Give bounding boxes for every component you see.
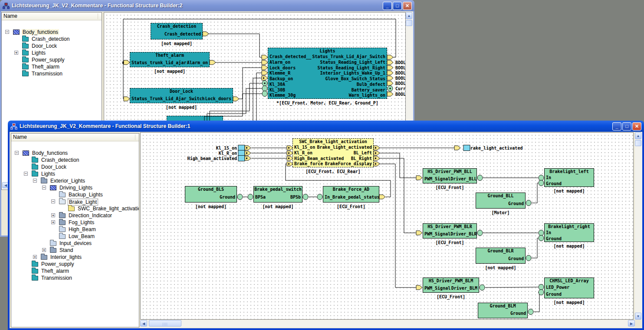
- port-arrowdot[interactable]: [287, 146, 293, 150]
- port-arrow[interactable]: [416, 285, 422, 290]
- tree-item-label[interactable]: Low_Beam: [68, 233, 95, 239]
- tree-item-label[interactable]: Power_supply: [40, 261, 75, 267]
- tree-item-direction_indicator[interactable]: +Direction_Indicator: [11, 212, 139, 219]
- port-oval[interactable]: [477, 230, 483, 236]
- port-arrowdot[interactable]: [245, 151, 251, 155]
- tree-item-power_supply[interactable]: Power_supply: [2, 56, 102, 63]
- port-oval[interactable]: [539, 180, 544, 186]
- port-oval[interactable]: [303, 194, 308, 200]
- tree-item-backup_lights[interactable]: Backup_Lights: [11, 191, 139, 198]
- port-arrow[interactable]: [387, 92, 393, 96]
- tree-item-body_functions[interactable]: −Body_functions: [2, 29, 102, 36]
- function-block-hs_driver_pwm_blm[interactable]: HS_Driver_PWM_BLMPWM_SignalDriver_BLM: [423, 278, 479, 293]
- tree-item-brake_light[interactable]: −Brake_Light: [11, 198, 139, 205]
- port-arrowdot[interactable]: [245, 156, 251, 160]
- port-oval[interactable]: [528, 309, 533, 315]
- port-arrowdot[interactable]: [374, 146, 380, 150]
- tree-item-door_lock[interactable]: Door_Lock: [11, 163, 139, 170]
- port-oval[interactable]: [262, 91, 267, 97]
- port-arrowdot[interactable]: [245, 146, 251, 150]
- tree-item-label[interactable]: Input_devices: [59, 240, 92, 246]
- port-oval[interactable]: [317, 194, 322, 200]
- tree-item-label[interactable]: Power_supply: [31, 57, 65, 63]
- tree-item-theft_alarm[interactable]: Theft_alarm: [11, 268, 139, 274]
- tree-expander[interactable]: +: [33, 255, 37, 259]
- vscrollbar[interactable]: ▲ ▼: [635, 132, 642, 320]
- port-oval[interactable]: [480, 285, 485, 291]
- function-block-brakelight_right[interactable]: Brakelight_rightInGround: [544, 223, 594, 242]
- tree-item-theft_alarm[interactable]: Theft_alarm: [2, 63, 102, 70]
- port-oval[interactable]: [526, 200, 531, 206]
- port-square[interactable]: [238, 150, 245, 156]
- function-block-brakelight_left[interactable]: Brakelight_leftInGround: [544, 168, 594, 187]
- port-arrowdot[interactable]: [287, 162, 293, 166]
- port-arrowdot[interactable]: [287, 151, 293, 155]
- tree-expander[interactable]: +: [14, 51, 18, 55]
- scroll-up-button[interactable]: ▲: [635, 132, 641, 139]
- tree-item-label[interactable]: SWC_Brake_light_activation: [77, 206, 139, 212]
- scroll-thumb[interactable]: ||||: [149, 320, 181, 327]
- tree-expander[interactable]: −: [24, 172, 28, 176]
- tree-item-door_lock[interactable]: Door_Lock: [2, 42, 102, 49]
- close-button[interactable]: ✕: [632, 122, 641, 131]
- tree-item-lights[interactable]: +Lights: [2, 49, 102, 56]
- port-arrow[interactable]: [387, 55, 393, 59]
- tree-item-label[interactable]: Interior_lights: [49, 254, 82, 260]
- port-oval[interactable]: [539, 235, 544, 241]
- function-block-theft_alarm[interactable]: Theft_alarmStatus_trunk_lid_ajarAlarm_on: [130, 52, 210, 67]
- port-oval[interactable]: [539, 284, 544, 290]
- tree-item-label[interactable]: Transmission: [31, 71, 63, 77]
- port-arrow[interactable]: [387, 81, 393, 85]
- tree-expander[interactable]: −: [42, 186, 46, 190]
- function-block-swc_brake_light_activation[interactable]: SWC_Brake_light_activationKl_15_onBrake_…: [292, 138, 374, 167]
- scroll-thumb[interactable]: [406, 20, 412, 26]
- port-oval[interactable]: [237, 194, 243, 200]
- port-oval[interactable]: [539, 230, 544, 236]
- tree-item-label[interactable]: Crash_detection: [31, 36, 70, 42]
- port-arrowdot[interactable]: [374, 151, 380, 155]
- function-block-crash_detection[interactable]: Crash_detectionCrash_detected: [151, 23, 203, 39]
- port-oval[interactable]: [539, 290, 544, 295]
- tree-expander[interactable]: +: [51, 220, 55, 224]
- tree-item-interior_lights[interactable]: +Interior_lights: [11, 254, 139, 261]
- tree-item-crash_detection[interactable]: Crash_detection: [2, 36, 102, 42]
- tree-item-power_supply[interactable]: Power_supply: [11, 261, 139, 268]
- port-oval[interactable]: [526, 255, 531, 261]
- tree-expander[interactable]: +: [51, 213, 55, 217]
- tree-item-label[interactable]: Body_functions: [22, 29, 59, 35]
- tree-expander[interactable]: −: [15, 151, 19, 155]
- tree-item-label[interactable]: Backup_Lights: [68, 192, 104, 198]
- tree-item-swc_brake_light_activation[interactable]: SWC_Brake_light_activation: [11, 205, 139, 212]
- tree-item-crash_detection[interactable]: Crash_detection: [11, 157, 139, 163]
- tree-item-stand[interactable]: +Stand: [11, 247, 139, 254]
- function-block-brake_force_ad[interactable]: Brake_Force_ADIn_Brake_pedal_status: [323, 186, 379, 203]
- tree-expander[interactable]: −: [5, 30, 9, 34]
- titlebar-fsb2[interactable]: Lichtsteuerung_JK_V2_Kommentare - Functi…: [0, 0, 414, 11]
- port-arrowdot[interactable]: [262, 76, 268, 80]
- function-block-chmsl_led_array[interactable]: CHMSL_LED_ArrayLED_PowerGround: [544, 278, 594, 298]
- diagram-canvas[interactable]: SWC_Brake_light_activationKl_15_onBrake_…: [140, 132, 634, 320]
- tree-item-input_devices[interactable]: Input_devices: [11, 240, 139, 247]
- port-arrow[interactable]: [124, 60, 130, 65]
- function-block-lights[interactable]: LightsCrash_detected__Status_Trunk_Lid_A…: [268, 48, 387, 99]
- scroll-thumb[interactable]: [635, 140, 641, 146]
- port-arrow[interactable]: [379, 195, 385, 199]
- function-block-door_lock[interactable]: Door_LockStatus_Trunk_Lid_Ajar_SwitchLoc…: [130, 88, 233, 103]
- tree-item-label[interactable]: Body_functions: [31, 150, 69, 156]
- tree-item-label[interactable]: Door_Lock: [31, 43, 58, 49]
- tree-item-label[interactable]: Door_Lock: [40, 164, 67, 170]
- scroll-left-button[interactable]: ◀: [140, 320, 147, 327]
- port-square[interactable]: [238, 156, 245, 161]
- tree-item-label[interactable]: High_Beam: [68, 226, 97, 232]
- port-arrow[interactable]: [210, 60, 216, 65]
- port-arrow[interactable]: [203, 32, 209, 36]
- function-block-ground_blm[interactable]: Ground_BLMGround: [478, 303, 528, 318]
- scroll-down-button[interactable]: ▼: [635, 313, 641, 320]
- port-arrow[interactable]: [262, 60, 268, 65]
- tree-item-driving_lights[interactable]: −Driving_Lights: [11, 184, 139, 191]
- tree-expander[interactable]: −: [33, 179, 37, 183]
- scroll-right-button[interactable]: ▶: [628, 320, 635, 327]
- tree-item-transmission[interactable]: Transmission: [2, 70, 102, 77]
- function-block-ground_blr[interactable]: Ground_BLRGround: [476, 248, 526, 264]
- function-block-ground_bll[interactable]: Ground_BLLGround: [476, 193, 526, 209]
